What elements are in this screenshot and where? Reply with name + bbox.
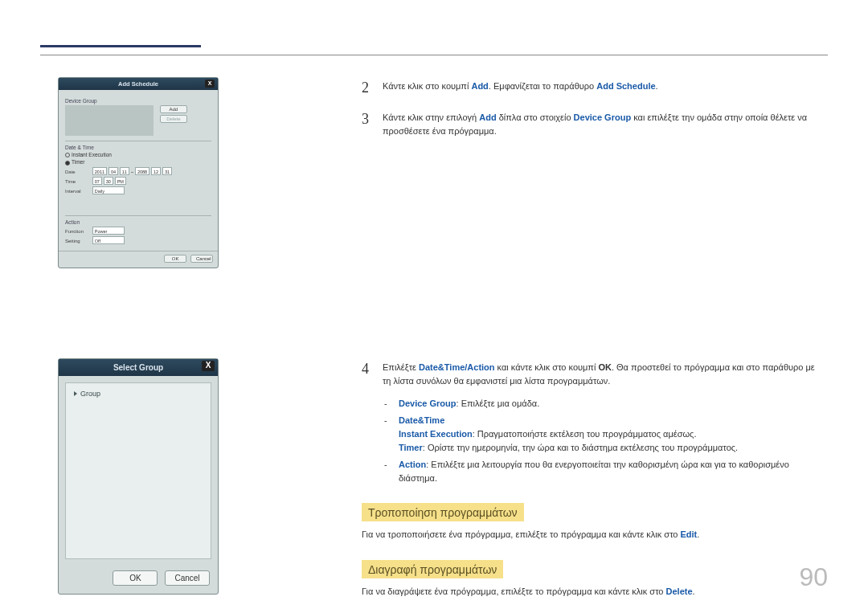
- action-label: Action: [65, 219, 211, 225]
- heading-delete-programs: Διαγραφή προγραμμάτων: [362, 560, 503, 578]
- step-4: 4 Επιλέξτε Date&Time/Action και κάντε κλ…: [362, 358, 820, 387]
- paragraph-modify: Για να τροποποιήσετε ένα πρόγραμμα, επιλ…: [362, 528, 820, 542]
- time-ap[interactable]: PM: [115, 177, 126, 185]
- cancel-button[interactable]: Cancel: [190, 255, 213, 263]
- timer-label: Timer: [72, 159, 84, 165]
- instructions-block-1: 2 Κάντε κλικ στο κουμπί Add. Εμφανίζεται…: [362, 77, 820, 147]
- date-d2[interactable]: 31: [162, 167, 172, 175]
- ok-button[interactable]: OK: [113, 570, 158, 586]
- tree-node-group[interactable]: Group: [74, 390, 203, 398]
- time-m[interactable]: 30: [104, 177, 113, 185]
- delete-button[interactable]: Delete: [160, 115, 187, 123]
- cancel-button[interactable]: Cancel: [165, 570, 210, 586]
- select-group-screenshot: Select Group X Group OK Cancel: [58, 358, 219, 595]
- bullet-device-group: - Device Group: Επιλέξτε μια ομάδα.: [384, 397, 820, 411]
- setting-select[interactable]: Off: [92, 236, 125, 244]
- dialog-title: Select Group X: [59, 359, 218, 376]
- function-label: Function: [65, 229, 91, 234]
- group-tree[interactable]: Group: [65, 382, 211, 559]
- date-m1[interactable]: 04: [108, 167, 118, 175]
- dialog-title: Add Schedule X: [59, 78, 218, 90]
- date-d1[interactable]: 11: [120, 167, 129, 175]
- bullet-action: - Action: Επιλέξτε μια λειτουργία που θα…: [384, 458, 820, 485]
- step-3: 3 Κάντε κλικ στην επιλογή Add δίπλα στο …: [362, 108, 820, 137]
- ok-button[interactable]: OK: [164, 255, 186, 263]
- function-select[interactable]: Power: [92, 227, 125, 235]
- date-y1[interactable]: 2011: [92, 167, 107, 175]
- paragraph-delete: Για να διαγράψετε ένα πρόγραμμα, επιλέξτ…: [362, 585, 820, 599]
- device-group-list[interactable]: [65, 105, 154, 136]
- instructions-block-2: 4 Επιλέξτε Date&Time/Action και κάντε κλ…: [362, 358, 820, 602]
- interval-label: Interval: [65, 189, 91, 194]
- date-time-label: Date & Time: [65, 145, 211, 150]
- radio-timer[interactable]: [65, 161, 70, 166]
- device-group-label: Device Group: [65, 98, 211, 104]
- time-label: Time: [65, 179, 91, 184]
- radio-instant[interactable]: [65, 153, 70, 157]
- close-icon[interactable]: X: [205, 80, 215, 88]
- date-m2[interactable]: 12: [151, 167, 161, 175]
- step-2: 2 Κάντε κλικ στο κουμπί Add. Εμφανίζεται…: [362, 77, 820, 99]
- interval-select[interactable]: Daily: [92, 186, 125, 194]
- heading-modify-programs: Τροποποίηση προγραμμάτων: [362, 503, 524, 521]
- setting-label: Setting: [65, 239, 91, 243]
- add-button[interactable]: Add: [160, 105, 187, 113]
- date-y2[interactable]: 2088: [135, 167, 149, 175]
- close-icon[interactable]: X: [202, 361, 215, 371]
- add-schedule-screenshot: Add Schedule X Device Group Add Delete D…: [58, 77, 219, 268]
- bullet-date-time: - Date&Time Instant Execution: Πραγματοπ…: [384, 414, 820, 455]
- date-label: Date: [65, 170, 91, 174]
- time-h[interactable]: 07: [92, 177, 102, 185]
- instant-execution-label: Instant Execution: [72, 152, 112, 157]
